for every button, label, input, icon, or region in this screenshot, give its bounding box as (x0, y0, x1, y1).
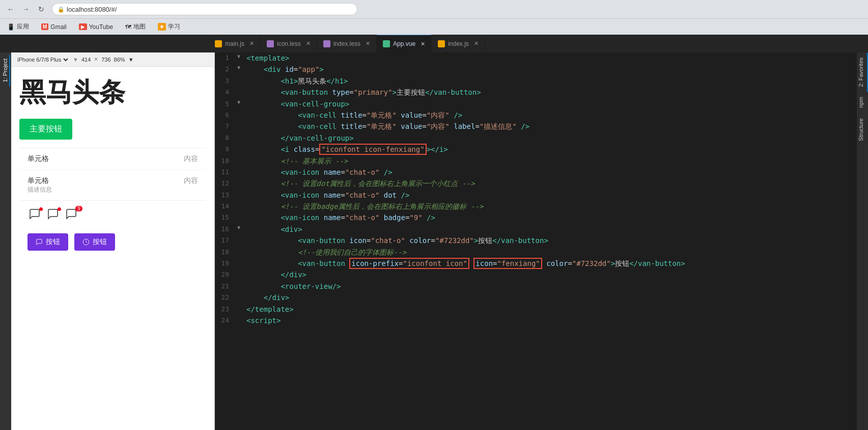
line-5: 5 ▼ <van-cell-group> (215, 98, 857, 110)
tab-icon-less-label: icon.less (277, 40, 301, 47)
device-model-select[interactable]: iPhone 6/7/8 Plus (15, 56, 70, 63)
line-17: 17 <van-button icon="chat-o" color="#723… (215, 235, 857, 246)
sidebar-tab-structure[interactable]: Structure (857, 113, 868, 146)
apps-label: 应用 (17, 22, 29, 31)
tab-main-js-icon (215, 40, 222, 47)
tab-icon-less-icon (267, 40, 274, 47)
preview-icon-button-1[interactable]: 按钮 (27, 233, 68, 251)
tab-icon-less-close[interactable]: ✕ (306, 40, 311, 47)
line-4: 4 <van-button type="primary">主要按钮</van-b… (215, 87, 857, 98)
preview-panel: iPhone 6/7/8 Plus ▼ 414 ✕ 736 86% ▼ 黑马头条… (11, 52, 215, 430)
tab-main-js-close[interactable]: ✕ (249, 40, 254, 47)
preview-btn-1-label: 按钮 (46, 237, 60, 247)
right-sidebar: 2: Favorites npm Structure (857, 52, 868, 430)
youtube-icon: ▶ (79, 23, 87, 30)
preview-primary-button[interactable]: 主要按钮 (19, 119, 72, 140)
app-title: 黑马头条 (19, 75, 206, 111)
main-area: 1: Project iPhone 6/7/8 Plus ▼ 414 ✕ 736… (0, 52, 868, 430)
gmail-label: Gmail (50, 23, 66, 31)
tab-index-js-icon (438, 40, 445, 47)
line-15: 15 <van-icon name="chat-o" badge="9" /> (215, 212, 857, 223)
zoom-arrow: ▼ (128, 57, 134, 63)
preview-icon-chat-3: 9 (64, 207, 78, 221)
code-editor: 1 ▼ <template> 2 ▼ <div id="app"> 3 <h1>… (215, 52, 857, 430)
study-icon: ★ (158, 23, 166, 31)
preview-cell-group: 单元格 内容 单元格 内容 描述信息 (19, 148, 206, 201)
tab-app-vue-close[interactable]: ✕ (421, 41, 425, 47)
line-18: 18 <!--使用我们自己的字体图标--> (215, 247, 857, 258)
line-11: 11 <van-icon name="chat-o" /> (215, 167, 857, 178)
browser-chrome: ← → ↻ 🔒 localhost:8080/#/ 📱 应用 M Gmail ▶… (0, 0, 868, 35)
cell-2-value: 内容 (184, 176, 198, 185)
preview-icon-chat-2 (46, 207, 60, 221)
line-6: 6 <van-cell title="单元格" value="内容" /> (215, 110, 857, 121)
tab-index-js-label: index.js (448, 40, 469, 47)
line-21: 21 <router-view/> (215, 281, 857, 292)
sidebar-tab-npm[interactable]: npm (857, 92, 868, 113)
youtube-label: YouTube (89, 23, 113, 31)
bookmark-apps[interactable]: 📱 应用 (4, 21, 32, 32)
fold-arrow-2[interactable]: ▼ (237, 64, 240, 72)
line-22: 22 </div> (215, 292, 857, 303)
line-9: 9 <i class="iconfont icon-fenxiang"></i> (215, 144, 857, 155)
tab-main-js[interactable]: main.js ✕ (209, 35, 261, 52)
line-24: 24 <script> (215, 315, 857, 326)
preview-btn-2-label: 按钮 (93, 237, 107, 247)
address-bar[interactable]: 🔒 localhost:8080/#/ (52, 3, 357, 15)
preview-icon-chat-1 (27, 207, 42, 221)
tab-index-less-icon (323, 40, 330, 47)
line-12: 12 <!-- 设置dot属性后，会在图标右上角展示一个小红点 --> (215, 178, 857, 189)
line-3: 3 <h1>黑马头条</h1> (215, 75, 857, 87)
fold-arrow-1[interactable]: ▼ (237, 52, 240, 61)
tab-index-less[interactable]: index.less ✕ (317, 35, 377, 52)
preview-content: 黑马头条 主要按钮 单元格 内容 单元格 内容 描述信息 (11, 67, 214, 430)
tab-app-vue-label: App.vue (393, 40, 415, 47)
fold-arrow-16[interactable]: ▼ (237, 224, 240, 232)
bookmark-study[interactable]: ★ 学习 (155, 21, 183, 32)
tab-main-js-label: main.js (225, 40, 244, 47)
line-19: 19 <van-button icon-prefix="iconfont ico… (215, 258, 857, 269)
line-13: 13 <van-icon name="chat-o" dot /> (215, 190, 857, 201)
line-10: 10 <!-- 基本展示 --> (215, 155, 857, 167)
apps-icon: 📱 (7, 23, 15, 31)
tab-icon-less[interactable]: icon.less ✕ (261, 35, 317, 52)
nav-bar: ← → ↻ 🔒 localhost:8080/#/ (0, 0, 868, 18)
tab-app-vue-icon (383, 40, 390, 47)
dim-separator-x: ✕ (94, 56, 98, 63)
line-1: 1 ▼ <template> (215, 52, 857, 64)
editor-content[interactable]: 1 ▼ <template> 2 ▼ <div id="app"> 3 <h1>… (215, 52, 857, 430)
lock-icon: 🔒 (58, 6, 65, 13)
preview-cell-1: 单元格 内容 (19, 148, 206, 170)
fold-arrow-5[interactable]: ▼ (237, 98, 240, 106)
dim-separator-1: ▼ (73, 57, 78, 63)
cell-2-title: 单元格 (27, 176, 49, 185)
bookmark-gmail[interactable]: M Gmail (38, 22, 70, 32)
bookmark-maps[interactable]: 🗺 地图 (122, 21, 149, 32)
bookmark-youtube[interactable]: ▶ YouTube (76, 22, 116, 32)
sidebar-tab-project[interactable]: 1: Project (1, 55, 10, 86)
editor-tabs-bar: main.js ✕ icon.less ✕ index.less ✕ App.v… (0, 35, 868, 52)
cell-1-title: 单元格 (27, 154, 49, 164)
nav-buttons: ← → ↻ (4, 3, 48, 16)
preview-icons-row: 9 (19, 201, 206, 227)
maps-label: 地图 (133, 22, 146, 31)
tab-index-less-label: index.less (333, 40, 360, 47)
line-8: 8 </van-cell-group> (215, 132, 857, 144)
refresh-button[interactable]: ↻ (35, 3, 48, 16)
gmail-icon: M (41, 23, 48, 30)
line-16: 16 ▼ <div> (215, 224, 857, 235)
sidebar-left: 1: Project (0, 52, 11, 430)
tab-index-js[interactable]: index.js ✕ (432, 35, 485, 52)
tab-index-less-close[interactable]: ✕ (366, 40, 370, 47)
maps-icon: 🗺 (125, 23, 131, 31)
forward-button[interactable]: → (19, 3, 33, 16)
tab-index-js-close[interactable]: ✕ (474, 40, 479, 47)
tab-app-vue[interactable]: App.vue ✕ (377, 35, 432, 52)
sidebar-tab-favorites[interactable]: 2: Favorites (857, 52, 868, 92)
cell-2-label: 描述信息 (27, 185, 52, 194)
back-button[interactable]: ← (4, 3, 17, 16)
device-zoom: 86% (114, 57, 125, 63)
device-width: 414 (81, 57, 91, 63)
bookmarks-bar: 📱 应用 M Gmail ▶ YouTube 🗺 地图 ★ 学习 (0, 18, 868, 35)
preview-icon-button-2[interactable]: 按钮 (74, 233, 115, 251)
